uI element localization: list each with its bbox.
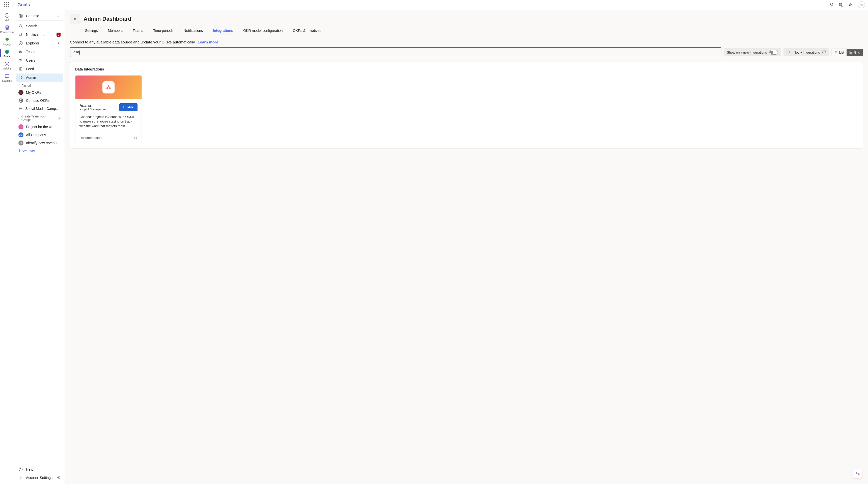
users-icon: [19, 58, 23, 63]
collapse-icon[interactable]: [56, 476, 61, 480]
svg-rect-8: [839, 3, 842, 5]
svg-rect-2: [6, 27, 8, 29]
svg-point-26: [74, 19, 76, 20]
topbar: Goals AV: [14, 0, 868, 10]
brand-title: Goals: [18, 2, 30, 7]
rail-viva[interactable]: Viva: [0, 11, 14, 23]
card-name: Asana: [80, 103, 107, 108]
svg-point-32: [106, 87, 108, 89]
svg-point-18: [21, 60, 22, 60]
svg-point-10: [849, 3, 851, 5]
svg-point-20: [20, 77, 22, 78]
view-grid[interactable]: Grid: [846, 49, 863, 56]
documentation-link[interactable]: Documentation: [75, 133, 142, 143]
enable-button[interactable]: Enable: [119, 103, 137, 111]
bell-icon: [19, 32, 23, 37]
tab-members[interactable]: Members: [107, 27, 124, 35]
nav-users[interactable]: Users: [16, 56, 63, 64]
chevron-down-icon: [56, 13, 61, 19]
group-all-company[interactable]: ACAll Company: [16, 131, 63, 139]
chevron-down-icon: [18, 117, 20, 119]
side-nav: Contoso Search Notifications9 Explorer T…: [14, 10, 65, 484]
people-settings-icon[interactable]: [848, 2, 854, 7]
pinned-social-media[interactable]: Social Media Campaign…: [16, 105, 63, 113]
nav-feed[interactable]: Feed: [16, 65, 63, 73]
show-more-link[interactable]: Show more: [16, 147, 63, 154]
gear-icon: [19, 476, 23, 480]
tab-okrs-initiatives[interactable]: OKRs & Initiatives: [292, 27, 322, 35]
notify-integrations[interactable]: Notify integrationsi: [783, 48, 829, 56]
toggle-switch[interactable]: [769, 50, 778, 55]
svg-point-0: [5, 13, 9, 18]
svg-rect-1: [6, 26, 8, 27]
svg-rect-27: [850, 51, 851, 52]
nav-explorer[interactable]: Explorer: [16, 39, 63, 47]
integration-search[interactable]: asa: [70, 47, 721, 57]
nav-help[interactable]: Help: [16, 465, 63, 474]
nav-teams[interactable]: Teams: [16, 48, 63, 56]
pinned-my-okrs[interactable]: My OKRs: [16, 88, 63, 96]
search-icon: [19, 24, 23, 28]
tab-time-periods[interactable]: Time periods: [152, 27, 174, 35]
tab-settings[interactable]: Settings: [84, 27, 99, 35]
svg-point-23: [21, 108, 22, 109]
compass-icon: [19, 41, 23, 46]
intro-text: Connect to any available data source and…: [70, 40, 195, 44]
search-value: asa: [73, 50, 80, 54]
card-subtitle: Project Management: [80, 108, 107, 111]
svg-point-17: [20, 59, 21, 61]
show-new-toggle[interactable]: Show only new integrations: [724, 48, 781, 56]
svg-point-13: [19, 25, 22, 27]
svg-rect-9: [841, 4, 843, 6]
nav-search[interactable]: Search: [16, 22, 63, 30]
pinned-section[interactable]: Pinned: [16, 82, 63, 88]
rail-connections[interactable]: Connections: [0, 23, 14, 35]
language-icon[interactable]: [839, 2, 844, 7]
tab-okr-model[interactable]: OKR model configuration: [242, 27, 284, 35]
nav-account-settings[interactable]: Account Settings: [16, 474, 63, 482]
rail-engage[interactable]: Engage: [0, 35, 14, 47]
org-selector[interactable]: Contoso: [16, 11, 63, 21]
rail-learning[interactable]: Learning: [0, 72, 14, 84]
teams-icon: [19, 50, 23, 54]
copilot-fab[interactable]: [854, 469, 862, 478]
groups-section[interactable]: Create Team from Groups: [16, 113, 63, 123]
view-list[interactable]: List: [832, 49, 846, 56]
svg-rect-29: [850, 53, 851, 54]
svg-point-14: [19, 41, 23, 45]
user-avatar[interactable]: AV: [858, 1, 865, 8]
notifications-badge: 9: [57, 33, 61, 37]
globe-icon: [19, 13, 24, 19]
svg-point-6: [5, 62, 9, 66]
tab-notifications[interactable]: Notifications: [183, 27, 204, 35]
panel-title: Data Integrations: [75, 67, 858, 71]
lightbulb-icon[interactable]: [829, 2, 834, 7]
svg-point-22: [20, 108, 21, 109]
feed-icon: [19, 67, 23, 71]
rail-goals[interactable]: Goals: [0, 47, 14, 59]
nav-admin[interactable]: Admin: [16, 74, 63, 82]
tab-teams[interactable]: Teams: [132, 27, 144, 35]
add-icon[interactable]: [57, 116, 62, 120]
chevron-down-icon: [18, 84, 20, 87]
nav-notifications[interactable]: Notifications9: [16, 31, 63, 39]
page-icon: [70, 14, 80, 24]
admin-tabs: Settings Members Teams Time periods Noti…: [65, 24, 868, 35]
help-icon: [19, 467, 23, 472]
pinned-contoso-okrs[interactable]: Contoso OKRs: [16, 96, 63, 105]
app-rail: Viva Connections Engage Goals Insights L…: [0, 0, 14, 484]
group-identify-revenue[interactable]: InIdentify new revenue …: [16, 139, 63, 147]
page-title: Admin Dashboard: [84, 16, 131, 22]
gear-icon: [19, 75, 23, 80]
learn-more-link[interactable]: Learn more: [197, 40, 218, 44]
tab-integrations[interactable]: Integrations: [212, 27, 234, 35]
integration-card-asana: AsanaProject Management Enable Connect p…: [75, 75, 142, 143]
group-project-web[interactable]: PFProject for the web (i…: [16, 123, 63, 131]
card-description: Connect projects in Asana with OKRs to m…: [80, 115, 137, 129]
rail-insights[interactable]: Insights: [0, 59, 14, 72]
app-launcher-icon[interactable]: [4, 2, 10, 8]
svg-point-11: [851, 4, 852, 4]
svg-rect-3: [6, 29, 8, 29]
info-icon[interactable]: i: [822, 51, 826, 54]
svg-point-15: [20, 51, 21, 52]
